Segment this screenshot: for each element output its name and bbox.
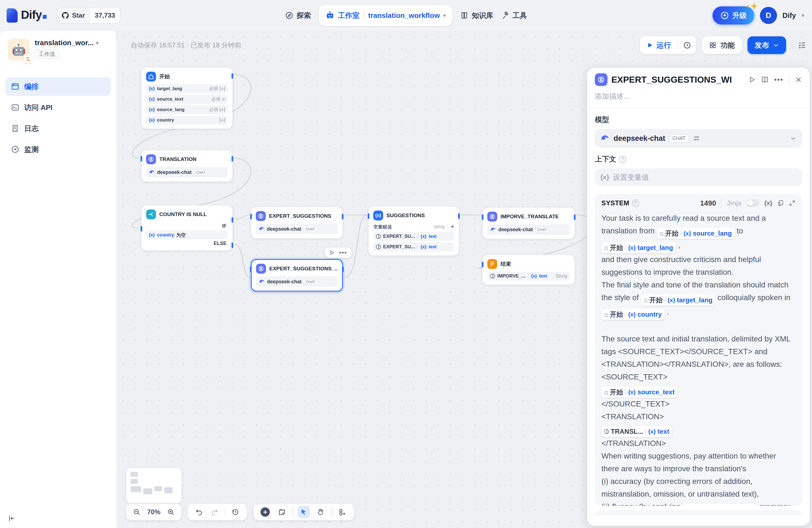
more-icon[interactable]: ••• xyxy=(339,249,347,256)
nav-explore[interactable]: 探索 xyxy=(285,11,311,20)
run-history-icon[interactable] xyxy=(678,41,696,49)
home-icon: ⌂ xyxy=(604,389,608,395)
github-star-widget[interactable]: Star 37,733 xyxy=(57,7,120,24)
deepseek-icon xyxy=(259,226,265,232)
zoom-in-icon[interactable] xyxy=(165,506,177,518)
if-source-handle[interactable] xyxy=(232,217,233,223)
system-prompt-editor[interactable]: SYSTEM? 1490 Jinja {x} Your task is to c… xyxy=(595,194,802,506)
sidebar-item-orchestrate[interactable]: 编排 xyxy=(5,77,111,96)
chevron-down-icon xyxy=(773,42,779,48)
context-variable-input[interactable]: {x} 设置变量值 xyxy=(595,168,802,186)
model-selector[interactable]: deepseek-chat CHAT xyxy=(595,129,802,148)
zoom-out-icon[interactable] xyxy=(131,506,143,518)
sidebar-item-logs[interactable]: 日志 xyxy=(5,119,111,138)
variable-pill[interactable]: ⌂开始/{x}country xyxy=(601,309,665,320)
app-info[interactable]: 🤖 translation_wor... ▾ 工作流 xyxy=(0,31,116,65)
more-icon[interactable]: ••• xyxy=(774,75,783,84)
source-handle[interactable] xyxy=(574,215,576,220)
node-start[interactable]: 开始 {x}target_lang必填A {x}source_text必填≡ {… xyxy=(141,67,233,129)
dify-logo[interactable]: Dify xyxy=(6,8,47,23)
zoom-level[interactable]: 70% xyxy=(147,508,160,516)
publish-button[interactable]: 发布 xyxy=(748,36,786,54)
nav-tools[interactable]: 工具 xyxy=(501,11,527,20)
node-title-input[interactable]: EXPERT_SUGGESTIONS_WI xyxy=(611,75,744,85)
github-star-count: 37,733 xyxy=(89,8,120,23)
node-country-is-null[interactable]: COUNTRY IS NULL IF {x}country为空 ELSE xyxy=(141,205,233,251)
redo-icon[interactable] xyxy=(209,506,220,518)
hand-tool-icon[interactable] xyxy=(315,506,327,518)
description-placeholder[interactable]: 添加描述... xyxy=(595,91,802,101)
assigned-var-row[interactable]: EXPERT_SU.../{x}text xyxy=(373,243,454,251)
log-icon xyxy=(11,124,19,133)
target-handle[interactable] xyxy=(482,215,483,220)
pointer-tool-icon[interactable] xyxy=(298,506,310,518)
expand-icon[interactable] xyxy=(789,200,796,206)
copy-icon[interactable] xyxy=(777,200,784,206)
zoom-controls: 70% xyxy=(126,504,182,520)
features-button[interactable]: 功能 xyxy=(702,36,742,54)
collapse-sidebar-icon[interactable] xyxy=(8,514,16,523)
sidebar-item-api[interactable]: 访问 API xyxy=(5,98,111,117)
source-handle[interactable] xyxy=(342,266,344,272)
orchestrate-icon xyxy=(11,83,19,91)
upgrade-button[interactable]: 升级 xyxy=(712,6,754,25)
output-row[interactable]: IMPORVE_.../{x}textString xyxy=(487,272,570,280)
undo-icon[interactable] xyxy=(193,506,205,518)
node-translation[interactable]: TRANSLATION deepseek-chat CHAT xyxy=(141,150,233,182)
else-source-handle[interactable] xyxy=(232,243,233,248)
close-icon[interactable] xyxy=(795,76,802,83)
run-button[interactable]: 运行 xyxy=(640,41,678,50)
target-handle[interactable] xyxy=(141,226,142,232)
start-var-row[interactable]: {x}target_lang必填A xyxy=(146,84,228,93)
variable-pill[interactable]: ⌂开始/{x}target_lang xyxy=(641,295,715,306)
nav-studio-breadcrumb[interactable]: 工作室 / translation_workflow ▾ xyxy=(319,5,452,26)
source-handle[interactable] xyxy=(232,156,233,161)
run-node-icon[interactable] xyxy=(329,250,335,255)
account-chevron-down-icon[interactable]: ▾ xyxy=(801,12,804,19)
variable-pill[interactable]: ⌂开始/{x}target_lang xyxy=(682,504,757,506)
minimap[interactable] xyxy=(126,468,182,503)
app-chevron-down-icon[interactable]: ▾ xyxy=(96,40,99,46)
run-node-icon[interactable] xyxy=(748,76,755,83)
model-params-icon[interactable] xyxy=(693,134,700,142)
start-var-row[interactable]: {x}source_text必填≡ xyxy=(146,95,228,104)
user-avatar[interactable]: D xyxy=(760,7,777,24)
source-handle[interactable] xyxy=(458,213,460,219)
llm-icon xyxy=(487,211,497,222)
target-handle[interactable] xyxy=(250,214,252,219)
target-handle[interactable] xyxy=(141,156,142,161)
target-handle[interactable] xyxy=(368,213,369,219)
insert-variable-icon[interactable]: {x} xyxy=(764,200,772,207)
add-note-icon[interactable] xyxy=(276,506,288,518)
system-prompt-text[interactable]: Your task is to carefully read a source … xyxy=(601,212,796,506)
canvas-tools: + xyxy=(253,504,354,520)
start-var-row[interactable]: {x}source_lang必填A xyxy=(146,105,228,114)
node-expert-suggestions[interactable]: EXPERT_SUGGESTIONS deepseek-chat CHAT xyxy=(251,207,343,239)
next-prompt-section[interactable] xyxy=(595,510,802,516)
node-suggestions[interactable]: {x} SUGGESTIONS 变量赋值 string+ EXPERT_SU..… xyxy=(368,206,459,256)
node-imporve-translate[interactable]: IMPORVE_TRANSLATE deepseek-chat CHAT xyxy=(482,207,575,239)
condition-row[interactable]: {x}country为空 xyxy=(146,231,228,239)
variable-pill[interactable]: ⌂开始/{x}target_lang xyxy=(601,242,676,253)
target-handle[interactable] xyxy=(250,266,252,272)
variable-pill[interactable]: ⌂开始/{x}source_text xyxy=(601,387,677,398)
open-docs-icon[interactable] xyxy=(761,76,769,84)
node-expert-suggestions-wi[interactable]: EXPERT_SUGGESTIONS_... deepseek-chat CHA… xyxy=(251,259,343,292)
jinja-toggle[interactable] xyxy=(747,200,759,207)
node-end[interactable]: 结束 IMPORVE_.../{x}textString xyxy=(482,255,575,285)
variable-pill[interactable]: ⌂开始/{x}source_lang xyxy=(657,228,735,239)
add-variable-icon[interactable]: + xyxy=(451,223,454,230)
nav-knowledge[interactable]: 知识库 xyxy=(460,11,493,20)
source-handle[interactable] xyxy=(342,214,344,219)
start-var-row[interactable]: {x}countryA xyxy=(146,116,228,124)
chevron-down-icon[interactable]: ▾ xyxy=(443,12,446,19)
target-handle[interactable] xyxy=(482,262,483,267)
variable-pill[interactable]: TRANSL.../{x}text xyxy=(601,426,672,437)
history-icon[interactable] xyxy=(230,506,241,518)
checklist-icon[interactable] xyxy=(798,41,807,49)
organize-icon[interactable] xyxy=(336,506,348,518)
add-node-icon[interactable]: + xyxy=(259,506,271,518)
sidebar-item-monitoring[interactable]: 监测 xyxy=(5,140,111,159)
assigned-var-row[interactable]: EXPERT_SU.../{x}text xyxy=(373,232,454,241)
source-handle[interactable] xyxy=(232,73,233,79)
